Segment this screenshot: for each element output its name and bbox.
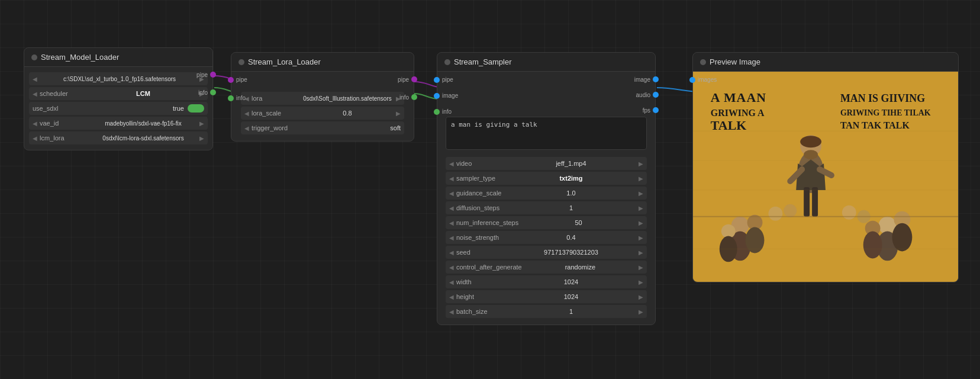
field-control-after-generate[interactable]: ◀ control_after_generate randomize ▶ [446, 261, 647, 274]
field-height[interactable]: ◀ height 1024 ▶ [446, 290, 647, 303]
field-arrow-right[interactable]: ▶ [199, 120, 204, 127]
sampler-audio-out-port[interactable] [653, 92, 659, 98]
num-inference-steps-label: num_inference_steps [456, 219, 518, 226]
lora-pipe-in-port[interactable] [228, 77, 234, 83]
node-preview: Preview Image images A MAAN GRIWING A [692, 52, 959, 282]
node-lora-loader-header: Stream_Lora_Loader [231, 53, 414, 72]
field-arrow-left[interactable]: ◀ [244, 125, 249, 131]
lora-pipe-out-port[interactable] [411, 76, 417, 82]
field-lora[interactable]: ◀ lora 0sdxl\Soft_Illustration.safetenso… [241, 92, 404, 105]
model-pipe-out-port[interactable] [210, 72, 216, 78]
field-arrow-left[interactable]: ◀ [449, 279, 454, 285]
field-arrow-left[interactable]: ◀ [449, 235, 454, 241]
field-checkpoint[interactable]: ◀ c:\SDXL\sd_xl_turbo_1.0_fp16.safetenso… [29, 72, 208, 85]
noise-strength-value: 0.4 [566, 234, 575, 241]
num-inference-steps-value: 50 [575, 219, 582, 226]
field-arrow-left[interactable]: ◀ [449, 160, 454, 167]
field-sampler-type[interactable]: ◀ sampler_type txt2img ▶ [446, 172, 647, 185]
svg-point-23 [746, 227, 765, 253]
field-arrow-left[interactable]: ◀ [449, 249, 454, 256]
field-lcm-lora[interactable]: ◀ lcm_lora 0sdxl\lcm-lora-sdxl.safetenso… [29, 131, 208, 144]
lora-info-out-port[interactable] [411, 94, 417, 100]
use-sdxl-label: use_sdxl [33, 105, 80, 112]
field-diffusion-steps[interactable]: ◀ diffusion_steps 1 ▶ [446, 201, 647, 214]
preview-images-in-port[interactable] [689, 77, 695, 83]
svg-text:GRIWING A: GRIWING A [711, 108, 765, 118]
width-value: 1024 [564, 278, 578, 285]
field-arrow-right[interactable]: ▶ [639, 309, 643, 315]
field-arrow-right[interactable]: ▶ [639, 205, 643, 211]
node-sampler-header: Stream_Sampler [437, 53, 655, 72]
field-arrow-right[interactable]: ▶ [639, 294, 643, 300]
field-arrow-left[interactable]: ◀ [33, 91, 37, 97]
sampler-prompt-textarea[interactable]: a man is giving a talk [446, 117, 647, 150]
field-arrow-left[interactable]: ◀ [449, 205, 454, 211]
sampler-image-out-port[interactable] [653, 76, 659, 82]
field-arrow-right[interactable]: ▶ [639, 235, 643, 241]
field-noise-strength[interactable]: ◀ noise_strength 0.4 ▶ [446, 231, 647, 244]
control-after-generate-value: randomize [565, 264, 595, 271]
field-arrow-right[interactable]: ▶ [199, 135, 204, 142]
field-lora-scale[interactable]: ◀ lora_scale 0.8 ▶ [241, 107, 404, 120]
preview-title: Preview Image [710, 57, 760, 66]
field-width[interactable]: ◀ width 1024 ▶ [446, 275, 647, 288]
sampler-fps-out-port[interactable] [653, 107, 659, 113]
field-arrow-left[interactable]: ◀ [244, 110, 249, 117]
field-arrow-left[interactable]: ◀ [33, 135, 37, 142]
field-batch-size[interactable]: ◀ batch_size 1 ▶ [446, 305, 647, 318]
field-arrow-left[interactable]: ◀ [449, 220, 454, 226]
field-trigger-word[interactable]: ◀ trigger_word soft [241, 121, 404, 134]
field-arrow-left[interactable]: ◀ [449, 264, 454, 271]
use-sdxl-toggle[interactable] [188, 104, 204, 113]
sampler-info-in-port[interactable] [434, 109, 440, 115]
preview-art: A MAAN GRIWING A TALK MAN IS GIIVING GRI… [693, 72, 958, 282]
field-arrow-left[interactable]: ◀ [449, 309, 454, 315]
lora-label: lora [252, 95, 299, 102]
sampler-fields: ◀ video jeff_1.mp4 ▶ ◀ sampler_type txt2… [446, 157, 647, 318]
field-arrow-right[interactable]: ▶ [639, 220, 643, 226]
trigger-word-value: soft [390, 124, 401, 131]
node-model-loader-header: Stream_Model_Loader [24, 48, 212, 67]
svg-rect-17 [812, 187, 818, 217]
field-num-inference-steps[interactable]: ◀ num_inference_steps 50 ▶ [446, 216, 647, 229]
svg-text:A  MAAN: A MAAN [711, 90, 766, 105]
sampler-type-label: sampler_type [456, 175, 504, 182]
field-seed[interactable]: ◀ seed 971713790321203 ▶ [446, 246, 647, 259]
field-arrow-left[interactable]: ◀ [33, 120, 37, 127]
svg-text:MAN IS GIIVING: MAN IS GIIVING [840, 92, 925, 104]
field-scheduler[interactable]: ◀ scheduler LCM ▶ [29, 87, 208, 100]
model-info-out-port[interactable] [210, 89, 216, 95]
lora-info-in-port[interactable] [228, 95, 234, 101]
field-arrow-right[interactable]: ▶ [639, 175, 643, 182]
field-use-sdxl[interactable]: use_sdxl true [29, 102, 208, 115]
field-arrow-left[interactable]: ◀ [449, 294, 454, 300]
sampler-title: Stream_Sampler [454, 57, 512, 66]
sampler-image-in-port[interactable] [434, 93, 440, 99]
model-loader-title: Stream_Model_Loader [41, 53, 119, 62]
node-model-loader: Stream_Model_Loader pipe info ◀ c:\SDXL\… [24, 47, 213, 150]
sampler-pipe-in-port[interactable] [434, 77, 440, 83]
sampler-audio-out-label: audio [636, 92, 650, 98]
batch-size-label: batch_size [456, 308, 504, 315]
svg-point-27 [892, 223, 912, 252]
field-guidance-scale[interactable]: ◀ guidance_scale 1.0 ▶ [446, 187, 647, 200]
field-arrow-right[interactable]: ▶ [396, 110, 401, 117]
field-arrow-right[interactable]: ▶ [639, 190, 643, 197]
field-arrow-right[interactable]: ▶ [639, 264, 643, 271]
field-video[interactable]: ◀ video jeff_1.mp4 ▶ [446, 157, 647, 170]
node-lora-loader: Stream_Lora_Loader pipe info pipe [231, 52, 414, 142]
field-arrow-left[interactable]: ◀ [33, 76, 37, 82]
batch-size-value: 1 [569, 308, 573, 315]
seed-value: 971713790321203 [544, 249, 598, 256]
field-arrow-right[interactable]: ▶ [639, 249, 643, 256]
svg-point-32 [842, 205, 856, 220]
field-arrow-left[interactable]: ◀ [449, 190, 454, 197]
field-arrow-right[interactable]: ▶ [639, 160, 643, 167]
node-canvas: Stream_Model_Loader pipe info ◀ c:\SDXL\… [0, 0, 980, 379]
svg-text:TAN TAK TALK: TAN TAK TALK [840, 120, 910, 130]
field-arrow-left[interactable]: ◀ [449, 175, 454, 182]
lora-pipe-out-label: pipe [398, 76, 409, 83]
field-vae-id[interactable]: ◀ vae_id madebyollin/sdxl-vae-fp16-fix ▶ [29, 117, 208, 130]
field-arrow-right[interactable]: ▶ [639, 279, 643, 285]
svg-text:TALK: TALK [711, 118, 746, 133]
